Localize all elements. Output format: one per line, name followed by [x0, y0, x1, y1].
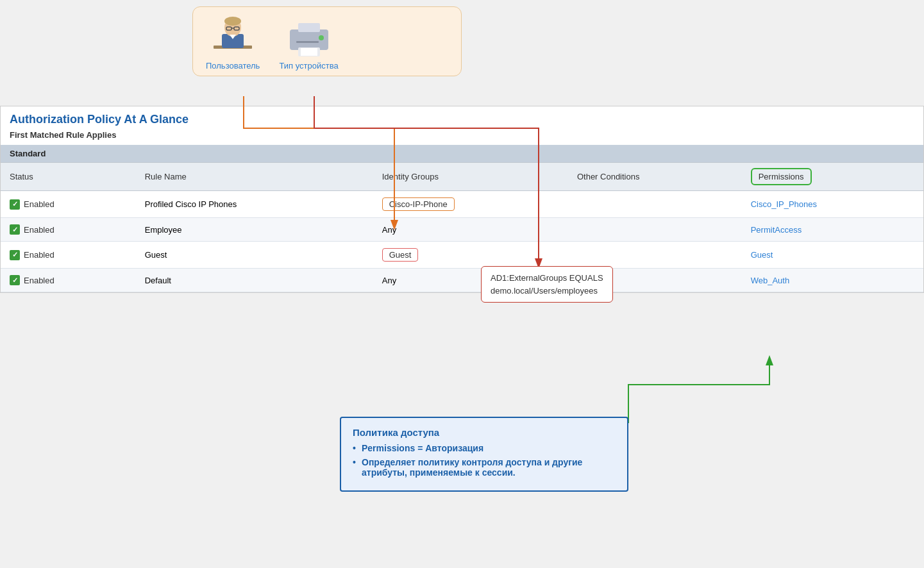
permissions-cell-2: PermitAccess	[742, 218, 923, 242]
conditions-cell-3	[568, 242, 742, 269]
table-row: ✓ Enabled Employee Any PermitAccess	[1, 218, 923, 242]
permission-link-2[interactable]: PermitAccess	[751, 225, 802, 235]
conditions-cell-1	[568, 191, 742, 218]
list-item: Определяет политику контроля доступа и д…	[353, 457, 616, 478]
condition-line1: AD1:ExternalGroups EQUALS	[491, 273, 603, 283]
col-other-conditions: Other Conditions	[568, 163, 742, 191]
rule-name-3: Guest	[145, 250, 167, 260]
permissions-header-badge: Permissions	[751, 168, 812, 185]
permissions-cell-1: Cisco_IP_Phones	[742, 191, 923, 218]
status-label-2: Enabled	[24, 225, 55, 235]
device-figure: Тип устройства	[279, 17, 338, 71]
column-header-row: Status Rule Name Identity Groups Other C…	[1, 163, 923, 191]
main-table-area: Authorization Policy At A Glance First M…	[0, 106, 924, 293]
person-icon	[210, 13, 255, 58]
rule-name-cell-4: Default	[136, 269, 373, 292]
status-label-3: Enabled	[24, 250, 55, 260]
checkbox-enabled-2: ✓	[10, 224, 20, 235]
col-permissions: Permissions	[742, 163, 923, 191]
condition-line2: demo.local/Users/employees	[491, 286, 598, 296]
rule-name-4: Default	[145, 276, 171, 285]
status-label-1: Enabled	[24, 199, 55, 209]
bottom-annotation-title: Политика доступа	[353, 427, 616, 438]
top-annotation-box: Пользователь Тип устройства	[192, 6, 462, 76]
svg-point-3	[224, 17, 241, 26]
identity-groups-cell-2: Any	[373, 218, 568, 242]
svg-rect-11	[301, 48, 317, 56]
identity-badge-3: Guest	[382, 248, 419, 262]
identity-groups-cell-1: Cisco-IP-Phone	[373, 191, 568, 218]
rule-name-cell-2: Employee	[136, 218, 373, 242]
identity-any-4: Any	[382, 276, 396, 285]
user-label: Пользователь	[206, 61, 260, 71]
section-label: Standard	[1, 145, 923, 163]
rule-name-cell-1: Profiled Cisco IP Phones	[136, 191, 373, 218]
printer-icon	[287, 17, 332, 58]
rule-name-cell-3: Guest	[136, 242, 373, 269]
col-rule-name: Rule Name	[136, 163, 373, 191]
col-status: Status	[1, 163, 136, 191]
permissions-cell-3: Guest	[742, 242, 923, 269]
rule-name-2: Employee	[145, 225, 182, 235]
permission-link-1[interactable]: Cisco_IP_Phones	[751, 199, 817, 209]
svg-rect-9	[298, 23, 320, 32]
checkbox-enabled-4: ✓	[10, 275, 20, 285]
list-item: Permissions = Авторизация	[353, 443, 616, 453]
checkbox-enabled-1: ✓	[10, 199, 20, 210]
conditions-cell-2	[568, 218, 742, 242]
permission-link-3[interactable]: Guest	[751, 250, 773, 260]
col-identity-groups: Identity Groups	[373, 163, 568, 191]
svg-point-12	[319, 35, 324, 40]
table-row: ✓ Enabled Default Any Web_Auth	[1, 269, 923, 292]
permission-link-4[interactable]: Web_Auth	[751, 276, 789, 285]
svg-rect-13	[296, 41, 319, 43]
identity-any-2: Any	[382, 225, 396, 235]
device-label: Тип устройства	[279, 61, 338, 71]
status-label-4: Enabled	[24, 276, 55, 285]
policy-table: Standard Status Rule Name Identity Group…	[1, 145, 923, 292]
table-title: Authorization Policy At A Glance	[1, 106, 923, 129]
table-row: ✓ Enabled Guest Guest Guest	[1, 242, 923, 269]
status-cell-4: ✓ Enabled	[1, 269, 136, 292]
user-figure: Пользователь	[206, 13, 260, 71]
section-header-row: Standard	[1, 145, 923, 163]
status-cell-3: ✓ Enabled	[1, 242, 136, 269]
status-cell-2: ✓ Enabled	[1, 218, 136, 242]
status-cell-1: ✓ Enabled	[1, 191, 136, 218]
identity-badge-1: Cisco-IP-Phone	[382, 197, 455, 211]
rule-name-1: Profiled Cisco IP Phones	[145, 199, 237, 209]
permissions-cell-4: Web_Auth	[742, 269, 923, 292]
bottom-annotation-box: Политика доступа Permissions = Авторизац…	[340, 417, 628, 492]
table-subtitle: First Matched Rule Applies	[1, 129, 923, 145]
identity-groups-cell-3: Guest	[373, 242, 568, 269]
condition-box: AD1:ExternalGroups EQUALS demo.local/Use…	[481, 266, 613, 303]
checkbox-enabled-3: ✓	[10, 250, 20, 260]
bottom-annotation-list: Permissions = Авторизация Определяет пол…	[353, 443, 616, 478]
table-row: ✓ Enabled Profiled Cisco IP Phones Cisco…	[1, 191, 923, 218]
